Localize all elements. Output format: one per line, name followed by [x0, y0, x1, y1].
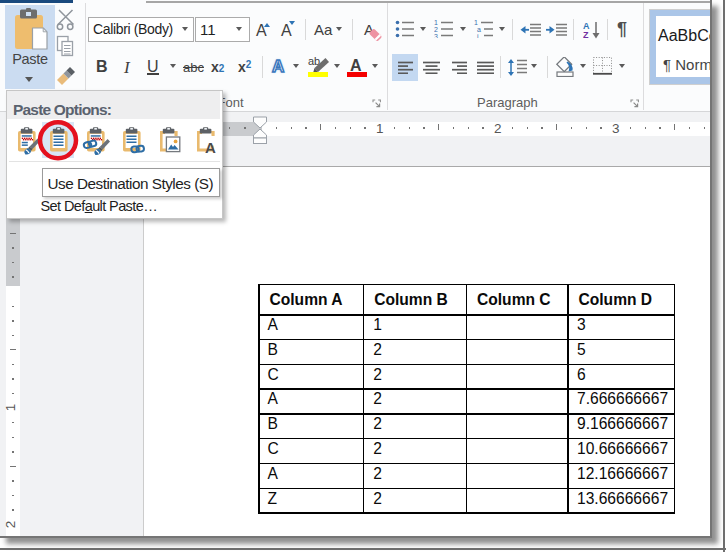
svg-text:3: 3: [434, 33, 438, 38]
svg-text:2: 2: [434, 26, 438, 33]
svg-text:a: a: [477, 26, 481, 33]
svg-text:i: i: [477, 33, 479, 38]
svg-text:A: A: [205, 139, 216, 156]
svg-text:Z: Z: [583, 30, 589, 39]
